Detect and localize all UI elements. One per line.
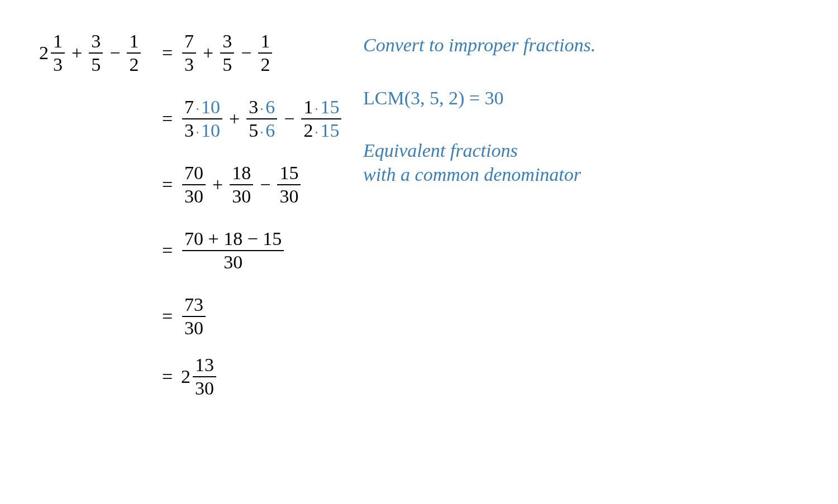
dot-icon: ⋅ <box>258 126 265 140</box>
s5-frac: 7330 <box>181 295 207 338</box>
s1-frac-1: 73 <box>181 31 197 74</box>
s2-frac-1: 7⋅10 3⋅10 <box>181 97 223 140</box>
annotation-lcm: LCM(3, 5, 2) = 30 <box>363 87 596 111</box>
math-derivation: 2 13 + 35 − 12 = 73 + 35 <box>39 28 342 412</box>
s3-frac-1: 7030 <box>181 163 207 206</box>
s4-frac: 70 + 18 − 1530 <box>181 229 285 272</box>
dot-icon: ⋅ <box>194 126 201 140</box>
dot-icon: ⋅ <box>313 126 320 140</box>
step-4: = 70 + 18 − 1530 <box>39 225 342 276</box>
step-1: 2 13 + 35 − 12 = 73 + 35 <box>39 28 342 78</box>
s6-whole: 2 <box>181 366 192 387</box>
lhs-mixed-whole: 2 <box>39 42 50 64</box>
s3-frac-2: 1830 <box>228 163 254 206</box>
dot-icon: ⋅ <box>258 102 265 116</box>
lhs-frac-3: 12 <box>126 31 142 74</box>
dot-icon: ⋅ <box>313 102 320 116</box>
s3-frac-3: 1530 <box>276 163 302 206</box>
annotation-convert: Convert to improper fractions. <box>363 33 596 57</box>
annotations: Convert to improper fractions. LCM(3, 5,… <box>363 33 596 215</box>
lhs-frac-1: 13 <box>50 31 66 74</box>
s2-frac-2: 3⋅6 5⋅6 <box>245 97 278 140</box>
op-minus: − <box>104 42 126 64</box>
equals-sign: = <box>162 42 181 64</box>
s2-frac-3: 1⋅15 2⋅15 <box>300 97 342 140</box>
s1-frac-2: 35 <box>219 31 235 74</box>
lhs-frac-2: 35 <box>88 31 104 74</box>
step-2: = 7⋅10 3⋅10 + 3⋅6 5⋅6 − 1⋅15 2⋅15 <box>39 94 342 144</box>
annotation-equivalent: Equivalent fractions with a common denom… <box>363 139 596 186</box>
step-3: = 7030 + 1830 − 1530 <box>39 160 342 210</box>
step-6: = 2 1330 <box>39 352 342 402</box>
dot-icon: ⋅ <box>194 102 201 116</box>
s6-frac: 1330 <box>192 355 217 398</box>
step-5: = 7330 <box>39 291 342 342</box>
s1-frac-3: 12 <box>257 31 273 74</box>
op-plus: + <box>66 42 88 64</box>
